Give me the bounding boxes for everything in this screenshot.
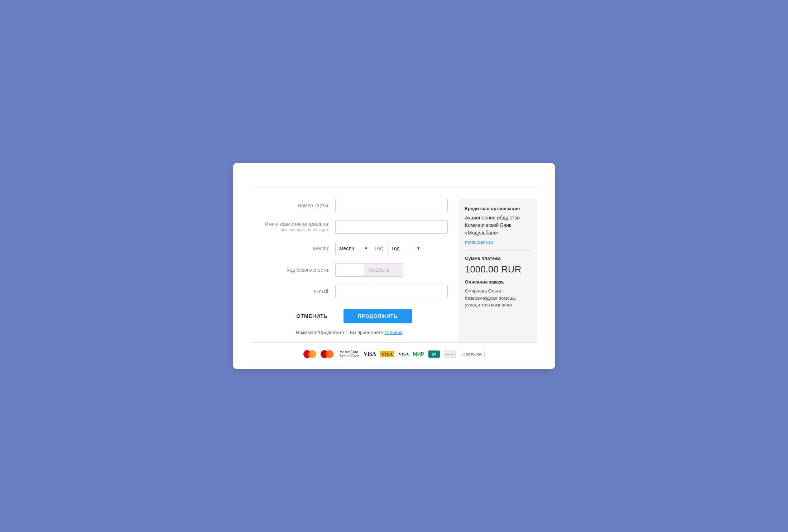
email-label: E-mail: — [251, 288, 330, 295]
month-select-wrapper: Месяц 01 02 03 04 05 06 07 08 09 10 11 — [335, 242, 371, 255]
svg-text:maestro: maestro — [445, 353, 454, 356]
cardholder-input[interactable] — [335, 220, 448, 234]
mir-icon: МИР — [413, 350, 424, 358]
year-select[interactable]: Год 2024 2025 2026 2027 2028 2029 2030 — [388, 242, 423, 255]
card-number-row: Номер карты: — [251, 199, 448, 212]
mastercard-icon — [303, 350, 316, 358]
visa-icon: VISA — [364, 350, 376, 358]
year-select-wrapper: Год 2024 2025 2026 2027 2028 2029 2030 ▼ — [388, 242, 423, 255]
mc-alt-orange-circle — [326, 350, 333, 358]
order-section-title: Описание заказа — [465, 279, 531, 285]
visa-alt-icon: VISA — [398, 350, 409, 358]
month-year-row: Месяц: Месяц 01 02 03 04 05 06 07 08 — [251, 242, 448, 255]
continue-button[interactable]: ПРОДОЛЖИТЬ — [343, 309, 412, 323]
cvc-hint: cvc2/cvv2 — [364, 263, 403, 277]
mc-orange-circle — [308, 350, 316, 358]
mastercard-alt-icon — [321, 350, 333, 358]
month-year-selects: Месяц 01 02 03 04 05 06 07 08 09 10 11 — [335, 242, 423, 255]
cvc-row: Код безопасности: cvc2/cvv2 — [251, 263, 448, 277]
amount-section-title: Сумма платежа — [465, 256, 531, 261]
top-bar — [251, 177, 537, 188]
order-description: Смирнова Ольга - безвозмездная помощь уч… — [465, 287, 531, 309]
cardholder-label: Имя и фамилия владельца: как напечатано … — [251, 221, 330, 233]
maestro-icon: maestro — [444, 350, 456, 358]
best2pay-icon: □ best2pay — [460, 350, 484, 358]
card-number-input[interactable] — [335, 199, 448, 212]
org-link[interactable]: modulbank.ru — [465, 240, 493, 245]
main-content: Номер карты: Имя и фамилия владельца: ка… — [251, 199, 537, 342]
month-label: Месяц: — [251, 245, 330, 252]
year-label: Год: — [375, 246, 384, 251]
info-divider-1 — [465, 250, 531, 251]
payment-logos-bar: MasterCard.SecureCode VISA VISA VISA МИР… — [251, 342, 537, 358]
org-section-title: Кредитная организация — [465, 206, 531, 211]
cardholder-row: Имя и фамилия владельца: как напечатано … — [251, 220, 448, 234]
info-panel: Кредитная организация Акционерное общест… — [458, 199, 537, 342]
month-select[interactable]: Месяц 01 02 03 04 05 06 07 08 09 10 11 — [335, 242, 371, 255]
form-section: Номер карты: Имя и фамилия владельца: ка… — [251, 199, 448, 342]
cancel-button[interactable]: ОТМЕНИТЬ — [287, 309, 338, 323]
cvc-label: Код безопасности: — [251, 267, 330, 273]
mastercard-securecode-icon: MasterCard.SecureCode — [338, 350, 359, 358]
unionpay-icon: UP — [428, 350, 440, 358]
email-input[interactable] — [335, 285, 448, 298]
terms-link[interactable]: Условия — [385, 330, 403, 335]
cvc-input[interactable] — [335, 263, 364, 277]
email-row: E-mail: — [251, 285, 448, 298]
card-number-label: Номер карты: — [251, 202, 330, 209]
terms-text: Нажимая "Продолжить", Вы принимаете Усло… — [251, 330, 448, 335]
payment-amount: 1000.00 RUR — [465, 264, 531, 275]
payment-form-card: Номер карты: Имя и фамилия владельца: ка… — [233, 163, 555, 369]
org-name: Акционерное общество Коммерческий Банк «… — [465, 214, 531, 237]
buttons-row: ОТМЕНИТЬ ПРОДОЛЖИТЬ — [251, 309, 448, 323]
cvc-container: cvc2/cvv2 — [335, 263, 448, 277]
visa-wave-icon: VISA — [380, 350, 394, 358]
svg-text:UP: UP — [432, 353, 437, 356]
